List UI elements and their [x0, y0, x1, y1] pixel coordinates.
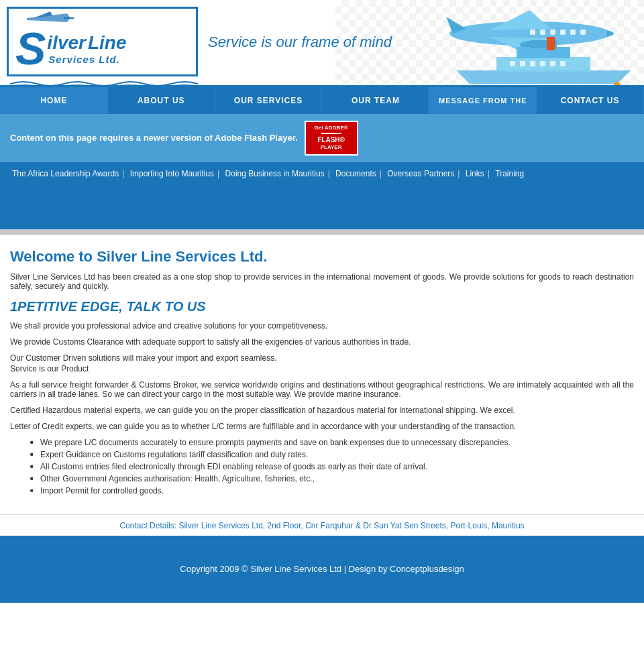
svg-rect-9 [580, 30, 586, 35]
svg-rect-19 [550, 61, 555, 66]
para7: Letter of Credit experts, we can guide y… [10, 422, 634, 431]
list-item: Import Permit for controlled goods. [30, 486, 634, 495]
main-content: Welcome to Silver Line Services Ltd. Sil… [0, 235, 644, 514]
plane-small-icon [20, 10, 74, 27]
sub-nav-links[interactable]: Links [466, 169, 484, 178]
para4: Service is our Product [10, 364, 634, 373]
sub-nav-links: The Africa Leadership Awards| Importing … [10, 169, 526, 178]
logo-text: ilver Line Services Ltd. [47, 32, 126, 65]
flash-message: Content on this page requires a newer ve… [10, 133, 298, 143]
list-item: All Customs entries filed electronically… [30, 462, 634, 471]
nav-team[interactable]: OUR TEAM [322, 87, 429, 114]
svg-rect-7 [560, 30, 566, 35]
para1: We shall provide you professional advice… [10, 321, 634, 331]
list-item: We prepare L/C documents accurately to e… [30, 438, 634, 447]
get-adobe-label: Get ADOBE® [310, 125, 353, 131]
para3: Our Customer Driven solutions will make … [10, 353, 634, 363]
sub-nav-documents[interactable]: Documents [335, 169, 376, 178]
tagline: Service is our frame of mind [208, 34, 392, 51]
footer-copyright: Copyright 2009 © Silver Line Services Lt… [180, 564, 464, 574]
sub-nav-training[interactable]: Training [495, 169, 524, 178]
navbar: HOME ABOUT US OUR SERVICES OUR TEAM MESS… [0, 87, 644, 114]
header-ship-icon [443, 37, 644, 87]
nav-home[interactable]: HOME [0, 87, 108, 114]
logo-box: S ilver Line Services Ltd. [7, 7, 198, 76]
svg-rect-18 [540, 61, 545, 66]
svg-rect-12 [517, 47, 570, 58]
svg-rect-20 [560, 61, 566, 66]
svg-rect-16 [520, 61, 525, 66]
list-item: Other Government Agencies authorisation:… [30, 474, 634, 483]
logo-waves [7, 78, 201, 87]
list-item: Expert Guidance on Customs regulations t… [30, 450, 634, 459]
para2: We provide Customs Clearance with adequa… [10, 337, 634, 347]
logo-s: S [15, 25, 46, 71]
header: S ilver Line Services Ltd. Service is ou… [0, 0, 644, 87]
para5: As a full service freight forwarder & Cu… [10, 380, 634, 399]
player-label: PLAYER [310, 144, 353, 151]
svg-rect-15 [510, 61, 515, 66]
nav-contact[interactable]: CONTACT US [537, 87, 644, 114]
nav-message[interactable]: MESSAGE FROM THE [429, 87, 537, 114]
adobe-flash-button[interactable]: Get ADOBE® FLASH® PLAYER [305, 121, 358, 156]
svg-rect-17 [530, 61, 535, 66]
sub-nav-africa[interactable]: The Africa Leadership Awards [12, 169, 119, 178]
footer: Copyright 2009 © Silver Line Services Lt… [0, 536, 644, 603]
svg-rect-5 [540, 30, 545, 35]
sub-nav: The Africa Leadership Awards| Importing … [0, 162, 644, 229]
contact-link[interactable]: Contact Details: Silver Line Services Lt… [119, 521, 524, 530]
nav-about[interactable]: ABOUT US [108, 87, 215, 114]
svg-rect-14 [547, 37, 555, 50]
bullet-list: We prepare L/C documents accurately to e… [30, 438, 634, 495]
para6: Certified Hazardous material experts, we… [10, 406, 634, 415]
svg-rect-4 [530, 30, 535, 35]
sub-nav-doing[interactable]: Doing Business in Mauritius [225, 169, 325, 178]
sub-nav-overseas[interactable]: Overseas Partners [387, 169, 454, 178]
nav-services[interactable]: OUR SERVICES [215, 87, 323, 114]
svg-rect-6 [550, 30, 555, 35]
flash-bar: Content on this page requires a newer ve… [0, 114, 644, 162]
intro-paragraph: Silver Line Services Ltd has been create… [10, 272, 634, 291]
logo-services: Services Ltd. [48, 54, 126, 65]
sub-nav-importing[interactable]: Importing Into Mauritius [130, 169, 214, 178]
flash-label: FLASH® [310, 135, 353, 144]
contact-strip: Contact Details: Silver Line Services Lt… [0, 514, 644, 536]
svg-rect-8 [570, 30, 576, 35]
logo-area: S ilver Line Services Ltd. [7, 7, 201, 87]
competitive-heading: 1PETITIVE EDGE, TALK TO US [10, 299, 634, 314]
gray-divider [0, 229, 644, 235]
welcome-heading: Welcome to Silver Line Services Ltd. [10, 248, 634, 266]
welcome-plain: Welcome to [10, 248, 97, 265]
welcome-blue: Silver Line Services Ltd. [97, 248, 267, 265]
